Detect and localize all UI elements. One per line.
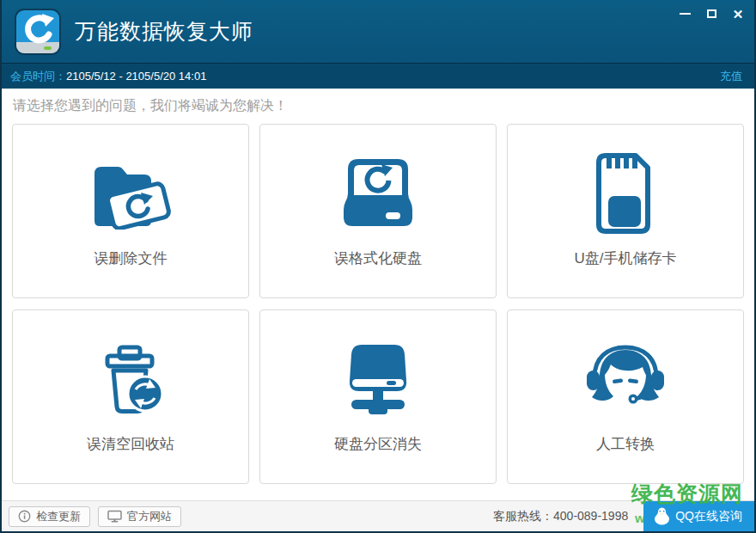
partition-lost-icon [338,334,418,424]
folder-restore-icon [88,149,174,238]
card-manual-service[interactable]: 人工转换 [507,309,744,484]
footer-right-group: 客服热线：400-089-1998 QQ在线咨询 [493,501,754,531]
info-icon [18,510,31,523]
memory-card-icon [594,149,657,238]
card-label: U盘/手机储存卡 [575,248,677,268]
official-site-button[interactable]: 官方网站 [98,506,181,527]
page-heading: 请选择您遇到的问题，我们将竭诚为您解决！ [13,97,744,115]
check-update-label: 检查更新 [36,509,81,524]
title-bar: 万能数据恢复大师 ✕ [2,0,754,63]
card-label: 人工转换 [596,434,655,454]
status-bar: 检查更新 官方网站 客服热线：400-089-1998 QQ在线咨询 [2,500,754,531]
maximize-icon[interactable] [705,7,717,21]
qq-consult-button[interactable]: QQ在线咨询 [643,501,754,531]
support-agent-icon [582,334,668,424]
close-icon[interactable]: ✕ [732,7,744,21]
member-bar: 会员时间： 2105/5/12 - 2105/5/20 14:01 充值 [2,63,754,89]
monitor-icon [107,510,122,523]
app-window: 万能数据恢复大师 ✕ 会员时间： 2105/5/12 - 2105/5/20 1… [0,0,756,533]
qq-consult-label: QQ在线咨询 [675,509,742,524]
problem-card-grid: 误删除文件 误格式化硬盘 [12,124,744,484]
card-label: 误删除文件 [94,248,168,268]
member-time-value: 2105/5/12 - 2105/5/20 14:01 [66,70,206,83]
window-controls: ✕ [679,6,744,21]
recharge-link[interactable]: 充值 [720,69,742,84]
recycle-bin-restore-icon [91,334,170,424]
main-content: 请选择您遇到的问题，我们将竭诚为您解决！ 误删除文件 [2,97,754,484]
member-time-label: 会员时间： [10,69,66,84]
card-label: 硬盘分区消失 [334,434,422,454]
card-formatted-disk[interactable]: 误格式化硬盘 [259,124,497,298]
app-logo-icon [14,8,62,56]
check-update-button[interactable]: 检查更新 [9,506,90,527]
official-site-label: 官方网站 [127,509,172,524]
minimize-icon[interactable] [679,7,691,21]
card-partition-lost[interactable]: 硬盘分区消失 [259,309,497,484]
card-label: 误清空回收站 [87,434,174,454]
drive-format-restore-icon [340,149,416,238]
app-title: 万能数据恢复大师 [75,17,253,46]
card-label: 误格式化硬盘 [334,248,422,268]
qq-penguin-icon [654,507,670,525]
card-usb-memory-card[interactable]: U盘/手机储存卡 [507,124,744,298]
card-deleted-files[interactable]: 误删除文件 [12,124,249,298]
hotline-text: 客服热线：400-089-1998 [493,509,628,524]
card-emptied-recycle-bin[interactable]: 误清空回收站 [12,309,249,484]
